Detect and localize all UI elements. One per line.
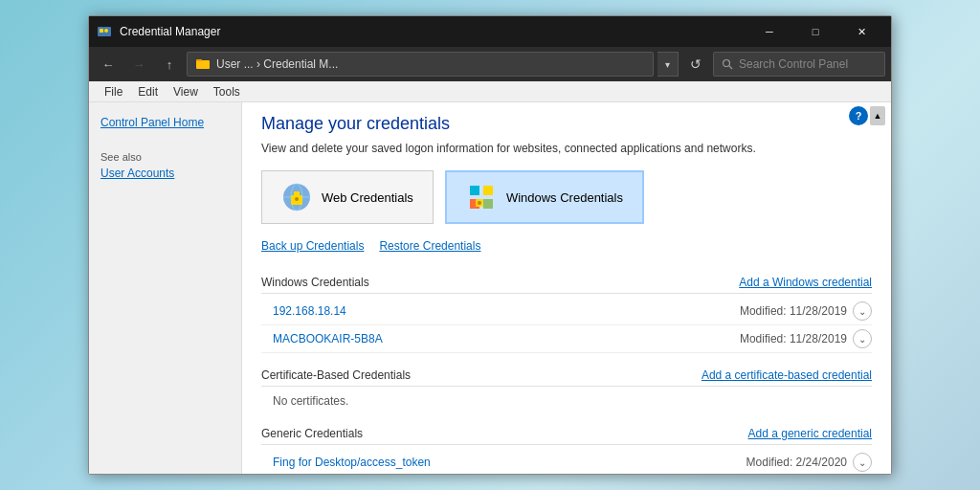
menu-view[interactable]: View xyxy=(166,81,206,102)
windows-section-title: Windows Credentials xyxy=(261,276,369,289)
win-cred-row-0[interactable]: 192.168.18.14 Modified: 11/28/2019 ⌄ xyxy=(261,298,872,325)
close-button[interactable]: ✕ xyxy=(839,16,883,47)
svg-rect-4 xyxy=(196,59,202,61)
window-controls: ─ □ ✕ xyxy=(747,16,883,47)
svg-line-6 xyxy=(729,66,732,69)
restore-link[interactable]: Restore Credentials xyxy=(379,239,480,253)
windows-credentials-button[interactable]: Windows Credentials xyxy=(445,170,644,224)
refresh-button[interactable]: ↺ xyxy=(682,51,709,78)
control-home-link[interactable]: Control Panel Home xyxy=(100,114,230,132)
win-cred-icon xyxy=(466,182,497,212)
windows-cred-label: Windows Credentials xyxy=(506,190,623,205)
expand-win-cred-1[interactable]: ⌄ xyxy=(853,329,872,348)
generic-section-header: Generic Credentials Add a generic creden… xyxy=(261,423,872,445)
web-cred-icon xyxy=(281,182,312,212)
windows-credentials-section: Windows Credentials Add a Windows creden… xyxy=(261,272,872,353)
no-certificates-label: No certificates. xyxy=(261,390,872,412)
address-bar: ← → ↑ User ... › Credential M... ▾ ↺ Sea… xyxy=(89,47,891,81)
add-windows-credential-link[interactable]: Add a Windows credential xyxy=(739,276,872,289)
svg-rect-16 xyxy=(483,199,493,209)
expand-win-cred-0[interactable]: ⌄ xyxy=(853,301,872,321)
svg-rect-14 xyxy=(483,186,493,195)
menu-tools[interactable]: Tools xyxy=(206,81,248,102)
cert-section-header: Certificate-Based Credentials Add a cert… xyxy=(261,365,872,387)
collapse-button[interactable]: ▲ xyxy=(870,106,885,125)
window-title: Credential Manager xyxy=(120,25,747,38)
win-cred-name-1: MACBOOKAIR-5B8A xyxy=(273,332,383,345)
windows-section-header: Windows Credentials Add a Windows creden… xyxy=(261,272,872,294)
svg-rect-3 xyxy=(196,60,210,69)
user-accounts-link[interactable]: User Accounts xyxy=(100,167,230,180)
menu-file[interactable]: File xyxy=(97,81,130,102)
address-path: User ... › Credential M... xyxy=(216,57,338,71)
win-cred-name-0: 192.168.18.14 xyxy=(273,304,346,318)
web-cred-label: Web Credentials xyxy=(322,190,413,205)
svg-rect-13 xyxy=(470,186,479,195)
add-cert-credential-link[interactable]: Add a certificate-based credential xyxy=(702,368,872,382)
forward-button[interactable]: → xyxy=(125,51,152,78)
win-cred-modified-1: Modified: 11/28/2019 ⌄ xyxy=(740,329,872,348)
backup-link[interactable]: Back up Credentials xyxy=(261,239,364,253)
search-placeholder: Search Control Panel xyxy=(739,57,848,71)
menu-edit[interactable]: Edit xyxy=(130,81,166,102)
win-cred-row-1[interactable]: MACBOOKAIR-5B8A Modified: 11/28/2019 ⌄ xyxy=(261,325,872,353)
folder-icon xyxy=(195,56,211,72)
search-icon xyxy=(722,58,733,70)
cert-section-title: Certificate-Based Credentials xyxy=(261,368,411,382)
svg-point-18 xyxy=(478,201,481,205)
credential-type-selector: Web Credentials Windows Credential xyxy=(261,170,872,224)
main-content: Control Panel Home See also User Account… xyxy=(89,102,891,474)
maximize-button[interactable]: □ xyxy=(793,16,837,47)
svg-rect-1 xyxy=(100,29,103,33)
sidebar: Control Panel Home See also User Account… xyxy=(89,102,242,474)
address-box[interactable]: User ... › Credential M... xyxy=(187,52,654,77)
address-dropdown[interactable]: ▾ xyxy=(657,52,679,77)
backup-restore-links: Back up Credentials Restore Credentials xyxy=(261,239,872,253)
generic-cred-modified-0: Modified: 2/24/2020 ⌄ xyxy=(746,453,872,472)
title-bar: Credential Manager ─ □ ✕ xyxy=(89,16,891,47)
generic-cred-name-0: Fing for Desktop/access_token xyxy=(273,456,431,469)
up-button[interactable]: ↑ xyxy=(156,51,183,78)
expand-generic-cred-0[interactable]: ⌄ xyxy=(853,453,872,472)
svg-point-12 xyxy=(295,197,299,201)
see-also-label: See also xyxy=(100,151,230,163)
generic-section-title: Generic Credentials xyxy=(261,427,363,440)
svg-point-5 xyxy=(724,60,730,67)
win-cred-modified-0: Modified: 11/28/2019 ⌄ xyxy=(740,301,872,321)
generic-credentials-section: Generic Credentials Add a generic creden… xyxy=(261,423,872,474)
page-description: View and delete your saved logon informa… xyxy=(261,142,872,155)
minimize-button[interactable]: ─ xyxy=(747,16,791,47)
add-generic-credential-link[interactable]: Add a generic credential xyxy=(748,427,872,440)
help-button[interactable]: ? xyxy=(849,106,868,125)
generic-cred-row-0[interactable]: Fing for Desktop/access_token Modified: … xyxy=(261,449,872,474)
search-box[interactable]: Search Control Panel xyxy=(713,52,885,77)
content-area: ? ▲ Manage your credentials View and del… xyxy=(242,102,891,474)
page-title: Manage your credentials xyxy=(261,114,872,134)
window-icon xyxy=(97,24,112,39)
certificate-credentials-section: Certificate-Based Credentials Add a cert… xyxy=(261,365,872,412)
back-button[interactable]: ← xyxy=(95,51,122,78)
menu-bar: File Edit View Tools xyxy=(89,81,891,102)
svg-point-2 xyxy=(104,29,108,33)
web-credentials-button[interactable]: Web Credentials xyxy=(261,170,434,224)
svg-rect-11 xyxy=(294,191,300,197)
